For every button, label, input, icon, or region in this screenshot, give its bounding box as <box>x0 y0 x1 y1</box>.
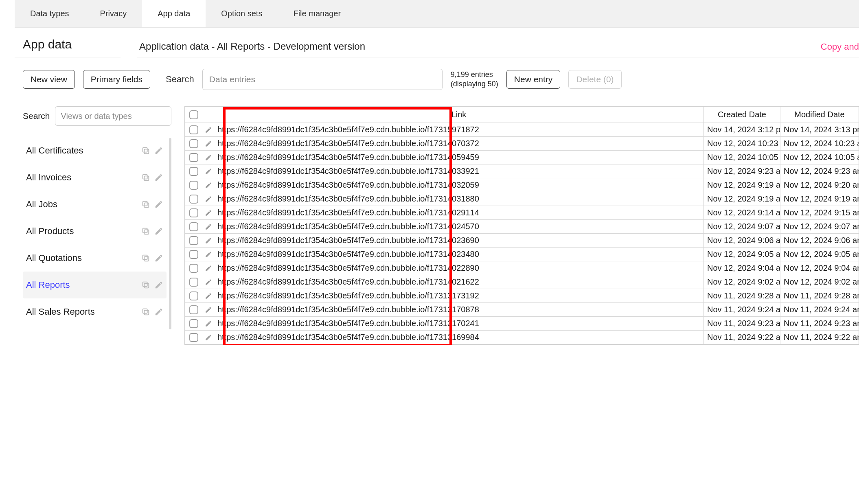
row-edit[interactable] <box>203 123 214 136</box>
pencil-icon[interactable] <box>154 146 163 155</box>
column-link[interactable]: Link <box>214 107 704 123</box>
row-checkbox[interactable] <box>185 275 203 289</box>
search-input[interactable] <box>202 69 443 90</box>
column-created[interactable]: Created Date <box>704 107 780 123</box>
cell-modified: Nov 12, 2024 9:04 am <box>780 261 859 275</box>
select-all-checkbox[interactable] <box>185 107 203 123</box>
cell-modified: Nov 11, 2024 9:24 am <box>780 303 859 316</box>
row-checkbox[interactable] <box>185 164 203 178</box>
sidebar-item-all-invoices[interactable]: All Invoices <box>23 164 167 191</box>
sidebar-item-label: All Quotations <box>26 253 82 263</box>
cell-created: Nov 12, 2024 10:05 am <box>704 151 780 164</box>
cell-created: Nov 11, 2024 9:24 am <box>704 303 780 316</box>
pencil-icon[interactable] <box>154 307 163 316</box>
row-edit[interactable] <box>203 206 214 219</box>
sidebar-item-all-sales-reports[interactable]: All Sales Reports <box>23 298 167 325</box>
copy-icon[interactable] <box>141 200 150 209</box>
cell-link[interactable]: https://f6284c9fd8991dc1f354c3b0e5f4f7e9… <box>214 261 704 275</box>
pencil-icon <box>205 265 212 272</box>
sidebar-item-all-certificates[interactable]: All Certificates <box>23 137 167 164</box>
row-edit[interactable] <box>203 178 214 192</box>
cell-modified: Nov 12, 2024 9:20 am <box>780 178 859 192</box>
primary-fields-button[interactable]: Primary fields <box>83 70 150 89</box>
row-checkbox[interactable] <box>185 192 203 206</box>
pencil-icon[interactable] <box>154 254 163 263</box>
svg-rect-7 <box>143 228 147 233</box>
pencil-icon[interactable] <box>154 280 163 289</box>
sidebar-item-all-quotations[interactable]: All Quotations <box>23 245 167 272</box>
sidebar-item-all-jobs[interactable]: All Jobs <box>23 191 167 218</box>
table-row: https://f6284c9fd8991dc1f354c3b0e5f4f7e9… <box>185 234 859 248</box>
row-edit[interactable] <box>203 137 214 150</box>
cell-link[interactable]: https://f6284c9fd8991dc1f354c3b0e5f4f7e9… <box>214 289 704 302</box>
row-edit[interactable] <box>203 164 214 178</box>
tab-privacy[interactable]: Privacy <box>85 0 142 27</box>
row-edit[interactable] <box>203 275 214 289</box>
pencil-icon[interactable] <box>154 173 163 182</box>
row-checkbox[interactable] <box>185 151 203 164</box>
copy-and-link[interactable]: Copy and <box>821 42 859 52</box>
sidebar-item-all-reports[interactable]: All Reports <box>23 272 167 298</box>
row-checkbox[interactable] <box>185 178 203 192</box>
copy-icon[interactable] <box>141 227 150 236</box>
tab-option-sets[interactable]: Option sets <box>206 0 278 27</box>
sidebar-item-all-products[interactable]: All Products <box>23 218 167 245</box>
cell-link[interactable]: https://f6284c9fd8991dc1f354c3b0e5f4f7e9… <box>214 206 704 219</box>
row-checkbox[interactable] <box>185 289 203 302</box>
tab-data-types[interactable]: Data types <box>15 0 85 27</box>
row-edit[interactable] <box>203 248 214 261</box>
delete-button[interactable]: Delete (0) <box>568 70 621 89</box>
cell-link[interactable]: https://f6284c9fd8991dc1f354c3b0e5f4f7e9… <box>214 151 704 164</box>
cell-link[interactable]: https://f6284c9fd8991dc1f354c3b0e5f4f7e9… <box>214 275 704 289</box>
row-checkbox[interactable] <box>185 317 203 330</box>
pencil-icon[interactable] <box>154 200 163 209</box>
cell-link[interactable]: https://f6284c9fd8991dc1f354c3b0e5f4f7e9… <box>214 234 704 247</box>
row-edit[interactable] <box>203 220 214 233</box>
cell-link[interactable]: https://f6284c9fd8991dc1f354c3b0e5f4f7e9… <box>214 178 704 192</box>
new-view-button[interactable]: New view <box>23 70 75 89</box>
row-checkbox[interactable] <box>185 331 203 344</box>
pencil-icon <box>205 334 212 341</box>
row-checkbox[interactable] <box>185 261 203 275</box>
column-modified[interactable]: Modified Date <box>780 107 859 123</box>
row-checkbox[interactable] <box>185 220 203 233</box>
sidebar-item-label: All Jobs <box>26 199 57 210</box>
row-edit[interactable] <box>203 331 214 344</box>
cell-link[interactable]: https://f6284c9fd8991dc1f354c3b0e5f4f7e9… <box>214 192 704 206</box>
cell-link[interactable]: https://f6284c9fd8991dc1f354c3b0e5f4f7e9… <box>214 164 704 178</box>
row-checkbox[interactable] <box>185 303 203 316</box>
cell-link[interactable]: https://f6284c9fd8991dc1f354c3b0e5f4f7e9… <box>214 303 704 316</box>
row-edit[interactable] <box>203 317 214 330</box>
cell-link[interactable]: https://f6284c9fd8991dc1f354c3b0e5f4f7e9… <box>214 137 704 150</box>
cell-link[interactable]: https://f6284c9fd8991dc1f354c3b0e5f4f7e9… <box>214 317 704 330</box>
row-checkbox[interactable] <box>185 137 203 150</box>
page-title: App data <box>15 37 121 57</box>
row-edit[interactable] <box>203 303 214 316</box>
sidebar-search-input[interactable] <box>55 106 171 126</box>
pencil-icon[interactable] <box>154 227 163 236</box>
copy-icon[interactable] <box>141 173 150 182</box>
row-edit[interactable] <box>203 261 214 275</box>
cell-link[interactable]: https://f6284c9fd8991dc1f354c3b0e5f4f7e9… <box>214 248 704 261</box>
row-edit[interactable] <box>203 234 214 247</box>
row-checkbox[interactable] <box>185 234 203 247</box>
table-row: https://f6284c9fd8991dc1f354c3b0e5f4f7e9… <box>185 220 859 234</box>
cell-link[interactable]: https://f6284c9fd8991dc1f354c3b0e5f4f7e9… <box>214 331 704 344</box>
row-edit[interactable] <box>203 192 214 206</box>
copy-icon[interactable] <box>141 307 150 316</box>
table-row: https://f6284c9fd8991dc1f354c3b0e5f4f7e9… <box>185 164 859 178</box>
cell-link[interactable]: https://f6284c9fd8991dc1f354c3b0e5f4f7e9… <box>214 220 704 233</box>
row-checkbox[interactable] <box>185 206 203 219</box>
row-edit[interactable] <box>203 151 214 164</box>
copy-icon[interactable] <box>141 146 150 155</box>
row-checkbox[interactable] <box>185 123 203 136</box>
row-edit[interactable] <box>203 289 214 302</box>
new-entry-button[interactable]: New entry <box>506 70 561 89</box>
copy-icon[interactable] <box>141 280 150 289</box>
tab-file-manager[interactable]: File manager <box>278 0 356 27</box>
tab-app-data[interactable]: App data <box>142 0 206 27</box>
copy-icon[interactable] <box>141 254 150 263</box>
svg-rect-6 <box>144 230 149 234</box>
row-checkbox[interactable] <box>185 248 203 261</box>
cell-link[interactable]: https://f6284c9fd8991dc1f354c3b0e5f4f7e9… <box>214 123 704 136</box>
